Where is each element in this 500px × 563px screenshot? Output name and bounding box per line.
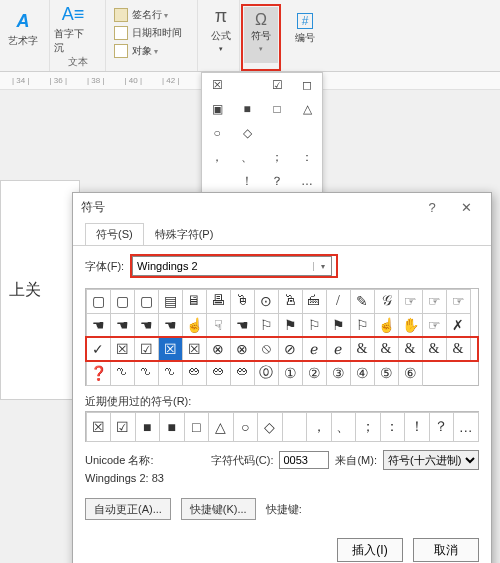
symbol-dropdown-cell[interactable]: ： — [292, 145, 322, 169]
symbol-button[interactable]: Ω 符号 ▾ — [244, 7, 278, 63]
char-cell[interactable]: 🖮 — [302, 289, 327, 314]
char-cell[interactable]: ⑤ — [374, 361, 399, 386]
symbol-dropdown-cell[interactable]: … — [292, 169, 322, 193]
char-cell[interactable]: ▢ — [86, 289, 111, 314]
font-input[interactable] — [133, 257, 313, 275]
symbol-dropdown-cell[interactable]: ☑ — [262, 73, 292, 97]
symbol-dropdown-cell[interactable]: 、 — [232, 145, 262, 169]
symbol-dropdown-cell[interactable]: ？ — [262, 169, 292, 193]
recent-cell[interactable]: 、 — [331, 412, 357, 442]
symbol-dropdown-cell[interactable]: ☒ — [202, 73, 232, 97]
recent-cell[interactable]: ■ — [135, 412, 161, 442]
char-cell[interactable]: ✓ — [86, 337, 111, 362]
recent-cell[interactable]: ， — [306, 412, 332, 442]
char-cell[interactable]: ▤ — [158, 289, 183, 314]
close-button[interactable]: ✕ — [449, 200, 483, 215]
help-button[interactable]: ? — [415, 200, 449, 215]
recent-cell[interactable]: ： — [380, 412, 406, 442]
symbol-dropdown-cell[interactable]: ◇ — [232, 121, 262, 145]
char-cell[interactable]: & — [446, 337, 471, 362]
char-cell[interactable]: ☞ — [446, 289, 471, 314]
char-cell[interactable]: 🖯 — [278, 289, 303, 314]
char-cell[interactable]: & — [374, 337, 399, 362]
char-cell[interactable]: ✗ — [446, 313, 471, 338]
symbol-dropdown-cell[interactable]: ○ — [202, 121, 232, 145]
recent-cell[interactable]: △ — [208, 412, 234, 442]
char-cell[interactable]: ✋ — [398, 313, 423, 338]
recent-cell[interactable]: ■ — [159, 412, 185, 442]
char-cell[interactable]: ಌ — [134, 361, 159, 386]
char-cell[interactable]: & — [350, 337, 375, 362]
char-cell[interactable]: ☚ — [134, 313, 159, 338]
symbol-dropdown-cell[interactable] — [262, 121, 292, 145]
recent-cell[interactable]: ☒ — [86, 412, 112, 442]
autocorrect-button[interactable]: 自动更正(A)... — [85, 498, 171, 520]
number-button[interactable]: # 编号 — [286, 6, 324, 52]
char-cell[interactable]: ☚ — [230, 313, 255, 338]
char-cell[interactable]: ೞ — [182, 361, 207, 386]
recent-cell[interactable]: … — [453, 412, 479, 442]
char-cell[interactable]: ☝ — [182, 313, 207, 338]
char-cell[interactable]: ☟ — [206, 313, 231, 338]
char-cell[interactable]: ✎ — [350, 289, 375, 314]
char-cell[interactable]: ☑ — [134, 337, 159, 362]
char-cell[interactable]: / — [326, 289, 351, 314]
symbol-dropdown-cell[interactable]: □ — [262, 97, 292, 121]
symbol-dropdown-cell[interactable] — [292, 121, 322, 145]
recent-cell[interactable]: ？ — [429, 412, 455, 442]
char-cell[interactable]: ⚑ — [278, 313, 303, 338]
char-cell[interactable]: 🖶 — [206, 289, 231, 314]
char-cell[interactable]: ⚐ — [302, 313, 327, 338]
equation-button[interactable]: π 公式 ▾ — [202, 6, 240, 52]
char-cell[interactable]: ☝ — [374, 313, 399, 338]
char-cell[interactable]: ಌ — [110, 361, 135, 386]
char-cell[interactable]: ☒ — [182, 337, 207, 362]
char-cell[interactable]: ⊙ — [254, 289, 279, 314]
wordart-button[interactable]: A 艺术字 — [4, 6, 42, 52]
symbol-dropdown-cell[interactable]: ！ — [232, 169, 262, 193]
shortcut-key-button[interactable]: 快捷键(K)... — [181, 498, 256, 520]
char-cell[interactable]: ☚ — [86, 313, 111, 338]
char-cell[interactable]: ③ — [326, 361, 351, 386]
dropcap-button[interactable]: A≡ 首字下沉 — [54, 6, 92, 52]
char-cell[interactable]: ೞ — [230, 361, 255, 386]
char-cell[interactable]: ☞ — [422, 313, 447, 338]
char-cell[interactable]: & — [398, 337, 423, 362]
char-cell[interactable]: ▢ — [110, 289, 135, 314]
char-cell[interactable]: ⚑ — [326, 313, 351, 338]
char-cell[interactable]: 🖥 — [182, 289, 207, 314]
recent-cell[interactable] — [282, 412, 308, 442]
symbol-dropdown-cell[interactable] — [232, 73, 262, 97]
chevron-down-icon[interactable]: ▾ — [313, 262, 331, 271]
char-cell[interactable]: ⚐ — [350, 313, 375, 338]
char-cell[interactable]: ℯ — [326, 337, 351, 362]
symbol-dropdown-cell[interactable]: ■ — [232, 97, 262, 121]
recent-cell[interactable]: ； — [355, 412, 381, 442]
char-cell[interactable]: ⑥ — [398, 361, 423, 386]
tab-symbols[interactable]: 符号(S) — [85, 223, 144, 245]
symbol-dropdown-cell[interactable]: ▣ — [202, 97, 232, 121]
char-cell[interactable]: 🖰 — [230, 289, 255, 314]
recent-cell[interactable]: ！ — [404, 412, 430, 442]
symbol-dropdown-cell[interactable] — [202, 169, 232, 193]
char-cell[interactable]: ④ — [350, 361, 375, 386]
char-cell[interactable]: ⦸ — [254, 337, 279, 362]
char-cell[interactable]: ℯ — [302, 337, 327, 362]
char-code-input[interactable] — [279, 451, 329, 469]
recent-cell[interactable]: ○ — [233, 412, 259, 442]
char-cell[interactable]: ಌ — [158, 361, 183, 386]
char-cell[interactable]: ⚐ — [254, 313, 279, 338]
from-select[interactable]: 符号(十六进制) — [383, 450, 479, 470]
symbol-dropdown-cell[interactable]: △ — [292, 97, 322, 121]
char-cell[interactable]: ☞ — [398, 289, 423, 314]
char-cell[interactable]: ② — [302, 361, 327, 386]
char-cell[interactable]: ⓪ — [254, 361, 279, 386]
char-cell[interactable]: ☒ — [110, 337, 135, 362]
date-time-button[interactable]: 日期和时间 — [110, 24, 193, 42]
cancel-button[interactable]: 取消 — [413, 538, 479, 562]
symbol-dropdown-cell[interactable]: ； — [262, 145, 292, 169]
char-cell[interactable]: ⊗ — [206, 337, 231, 362]
char-cell[interactable]: ▢ — [134, 289, 159, 314]
char-cell[interactable]: ⊗ — [230, 337, 255, 362]
object-button[interactable]: 对象▾ — [110, 42, 193, 60]
